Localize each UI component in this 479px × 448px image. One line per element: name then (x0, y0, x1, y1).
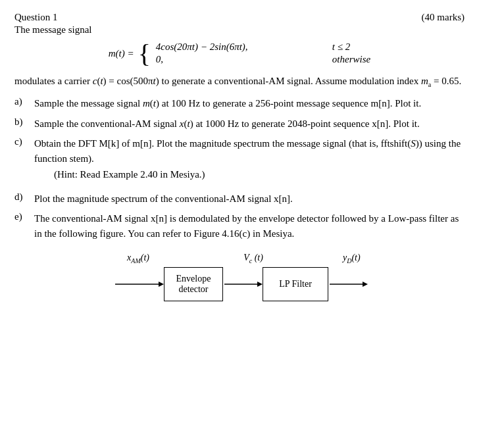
formula-block: m(t) = { 4cos(20πt) − 2sin(6πt), t ≤ 2 0… (14, 39, 465, 67)
part-b: b) Sample the conventional-AM signal x(t… (14, 116, 465, 132)
part-d-text: Plot the magnitude spectrum of the conve… (34, 191, 465, 207)
mid-arrow-icon (223, 278, 263, 290)
output-signal-label: yD(t) (340, 253, 380, 264)
parts-list: a) Sample the message signal m(t) at 100… (14, 96, 465, 241)
lp-filter-label: LP Filter (279, 279, 312, 289)
part-c-hint: (Hint: Read Example 2.40 in Mesiya.) (54, 167, 465, 182)
part-a-letter: a) (14, 96, 29, 107)
mid-arrow-group (223, 278, 263, 290)
svg-marker-5 (363, 282, 368, 287)
diagram-area: xAM(t) Vc (t) yD(t) Envel (14, 253, 465, 301)
marks-label: (40 marks) (422, 12, 465, 23)
part-d: d) Plot the magnitude spectrum of the co… (14, 191, 465, 207)
part-a: a) Sample the message signal m(t) at 100… (14, 96, 465, 111)
part-e-text: The conventional-AM signal x[n] is demod… (34, 211, 465, 241)
output-arrow-icon (328, 278, 368, 290)
part-d-letter: d) (14, 191, 29, 203)
case2-cond: otherwise (332, 54, 370, 65)
input-arrow-group (111, 278, 164, 290)
part-c: c) Obtain the DFT M[k] of m[n]. Plot the… (14, 136, 465, 186)
formula-lhs: m(t) = (109, 48, 134, 59)
part-b-text: Sample the conventional-AM signal x(t) a… (34, 116, 465, 132)
part-b-letter: b) (14, 116, 29, 128)
case2-expr: 0, (156, 54, 314, 65)
part-c-text: Obtain the DFT M[k] of m[n]. Plot the ma… (34, 138, 461, 164)
formula-case2: 0, otherwise (156, 54, 370, 65)
part-e: e) The conventional-AM signal x[n] is de… (14, 211, 465, 241)
envelope-detector-label-line1: Envelope (176, 274, 211, 284)
svg-marker-1 (159, 282, 164, 287)
case1-cond: t ≤ 2 (332, 41, 350, 53)
mid-signal-label: Vc (t) (241, 253, 265, 264)
part-e-letter: e) (14, 211, 29, 222)
part-c-letter: c) (14, 136, 29, 147)
header-row: Question 1 (40 marks) (14, 12, 465, 23)
formula-case1: 4cos(20πt) − 2sin(6πt), t ≤ 2 (156, 41, 370, 53)
input-arrow-icon (114, 278, 164, 290)
envelope-detector-box: Envelope detector (164, 267, 223, 301)
part-a-text: Sample the message signal m(t) at 100 Hz… (34, 96, 465, 111)
diagram-main-row: Envelope detector LP Filter (111, 267, 368, 301)
question-label: Question 1 (14, 12, 57, 23)
formula-cases: 4cos(20πt) − 2sin(6πt), t ≤ 2 0, otherwi… (156, 41, 370, 65)
lp-filter-box: LP Filter (263, 267, 328, 301)
brace-icon: { (138, 41, 151, 67)
case1-expr: 4cos(20πt) − 2sin(6πt), (156, 41, 314, 53)
output-arrow-group (328, 278, 368, 290)
modulates-block: modulates a carrier c(t) = cos(500πt) to… (14, 74, 465, 89)
intro-line1: The message signal (14, 24, 465, 36)
svg-marker-3 (257, 282, 263, 287)
input-signal-label: xAM(t) (99, 253, 152, 264)
modulates-text: modulates a carrier c(t) = cos(500πt) to… (14, 76, 461, 86)
envelope-detector-label-line2: detector (178, 284, 208, 295)
